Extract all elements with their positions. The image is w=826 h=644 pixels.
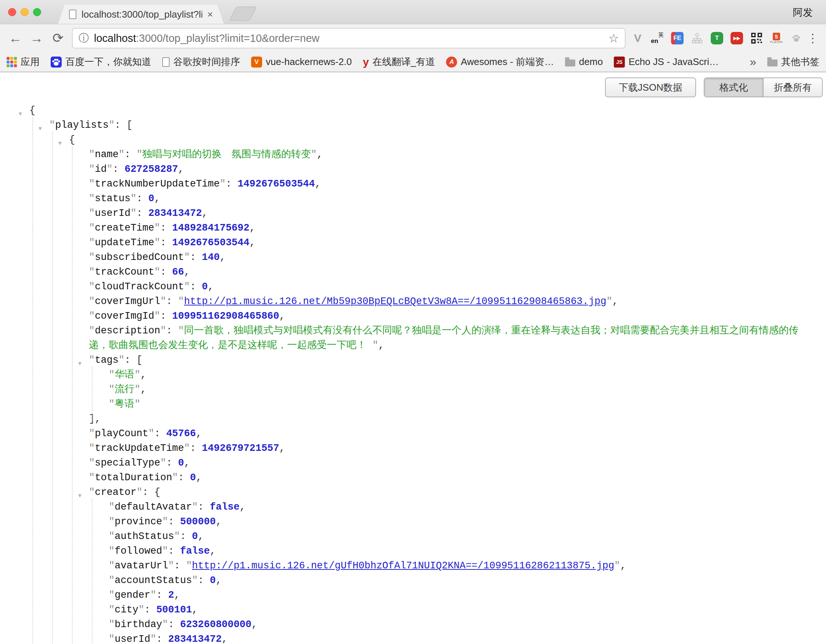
url-host: localhost	[94, 32, 136, 44]
json-line: "totalDuration": 0,	[0, 470, 826, 485]
tampermonkey-icon: T	[711, 32, 723, 44]
json-line: "name": "独唱与对唱的切换 氛围与情感的转变",	[0, 147, 826, 162]
zoom-window-button[interactable]	[33, 8, 41, 16]
json-line: ],	[0, 411, 826, 426]
vue-devtools-extension-icon[interactable]: V	[631, 31, 644, 45]
info-icon[interactable]: ⓘ	[79, 31, 89, 45]
url-text: localhost:3000/top_playlist?limit=10&ord…	[94, 32, 603, 44]
indent-guide-line	[52, 132, 53, 643]
tab-title: localhost:3000/top_playlist?lim	[81, 9, 202, 20]
paw-extension-icon[interactable]	[789, 31, 803, 45]
address-bar[interactable]: ⓘ localhost:3000/top_playlist?limit=10&o…	[72, 28, 626, 48]
html5-player-extension-icon[interactable]: 5PLAYER	[770, 31, 783, 45]
bookmark-label: 在线翻译_有道	[373, 56, 435, 68]
bookmark-awesomes[interactable]: AAwesomes - 前端资…	[446, 56, 554, 68]
html5-player-icon: 5PLAYER	[770, 33, 783, 44]
json-line: "birthday": 623260800000,	[0, 617, 826, 632]
json-line: "description": "同一首歌，独唱模式与对唱模式有没有什么不同呢？独…	[0, 323, 826, 353]
video-speed-extension-icon[interactable]: ▶▶	[730, 31, 744, 45]
bookmark-apps[interactable]: 应用	[6, 56, 40, 68]
qrcode-icon	[751, 32, 762, 44]
bookmark-echo-js[interactable]: JSEcho JS - JavaScri…	[614, 56, 719, 68]
bookmark-label: demo	[579, 56, 603, 68]
json-line: "trackCount": 66,	[0, 265, 826, 279]
json-line: "coverImgId": 109951162908465860,	[0, 309, 826, 323]
echo-js-icon: JS	[614, 57, 625, 68]
vue-hackernews-icon: V	[251, 57, 262, 68]
forward-button[interactable]: →	[27, 31, 46, 46]
back-button[interactable]: ←	[6, 31, 25, 46]
json-line: "playCount": 45766,	[0, 426, 826, 441]
new-tab-button[interactable]	[229, 6, 257, 20]
page-favicon-icon	[69, 9, 76, 19]
json-url-link[interactable]: http://p1.music.126.net/gUfH0bhzOfAl71NU…	[192, 560, 614, 571]
fe-icon: FE	[671, 32, 683, 44]
bookmark-label: 百度一下，你就知道	[65, 56, 151, 68]
json-line: "province": 500000,	[0, 514, 826, 529]
window-title-bar: localhost:3000/top_playlist?lim × 阿发	[0, 0, 826, 24]
json-line: ▼"playlists": [	[0, 118, 826, 133]
minimize-window-button[interactable]	[20, 8, 29, 16]
bookmark-label: 谷歌按时间排序	[173, 56, 240, 68]
other-bookmarks-label: 其他书签	[781, 56, 820, 68]
bookmark-star-icon[interactable]: ☆	[608, 31, 619, 45]
other-bookmarks-folder[interactable]: 其他书签	[767, 56, 820, 68]
indent-guide-line	[92, 367, 93, 421]
profile-name: 阿发	[793, 6, 813, 19]
translate-extension-icon[interactable]: en英	[651, 31, 665, 45]
translate-icon: en英	[651, 31, 664, 45]
json-line: "updateTime": 1492676503544,	[0, 235, 826, 250]
json-line: "accountStatus": 0,	[0, 573, 826, 588]
video-speed-icon: ▶▶	[731, 32, 743, 44]
json-line: "id": 627258287,	[0, 162, 826, 177]
browser-tab[interactable]: localhost:3000/top_playlist?lim ×	[58, 5, 224, 24]
apps-icon	[6, 57, 17, 67]
json-line: "粤语"	[0, 397, 826, 411]
sitemap-icon	[691, 32, 703, 44]
google-by-time-icon	[162, 57, 169, 67]
traffic-lights	[8, 8, 41, 16]
json-line: "authStatus": 0,	[0, 529, 826, 544]
qrcode-extension-icon[interactable]	[750, 31, 764, 45]
json-line: "subscribedCount": 140,	[0, 250, 826, 265]
baidu-icon	[51, 57, 62, 68]
bookmark-label: Awesomes - 前端资…	[461, 56, 554, 68]
json-line: "trackUpdateTime": 1492679721557,	[0, 441, 826, 456]
bookmarks-items: 应用百度一下，你就知道谷歌按时间排序Vvue-hackernews-2.0y在线…	[6, 56, 719, 68]
demo-folder-icon	[565, 59, 575, 67]
json-url-link[interactable]: http://p1.music.126.net/Mb59p30BpEQLcBQe…	[184, 296, 606, 307]
bookmark-google-by-time[interactable]: 谷歌按时间排序	[162, 56, 240, 68]
fe-extension-icon[interactable]: FE	[670, 31, 684, 45]
json-line: "avatarUrl": "http://p1.music.126.net/gU…	[0, 559, 826, 573]
json-line: ▼{	[0, 133, 826, 147]
bookmark-demo-folder[interactable]: demo	[565, 56, 603, 68]
json-line: ▼{	[0, 103, 826, 118]
json-line: "defaultAvatar": false,	[0, 500, 826, 514]
bookmark-label: vue-hackernews-2.0	[266, 56, 352, 68]
page-content: 下载JSON数据 格式化 折叠所有 ▼{▼"playlists": [▼{"na…	[0, 72, 826, 643]
browser-menu-icon[interactable]: ⋮	[806, 31, 820, 45]
bookmarks-overflow-icon[interactable]: »	[750, 55, 756, 69]
json-line: "followed": false,	[0, 544, 826, 559]
youdao-translate-icon: y	[363, 56, 369, 68]
json-line: "userId": 283413472,	[0, 206, 826, 221]
tampermonkey-extension-icon[interactable]: T	[710, 31, 724, 45]
tab-close-icon[interactable]: ×	[207, 9, 213, 20]
indent-guide-line	[32, 117, 33, 643]
json-line: "流行",	[0, 382, 826, 397]
bookmark-baidu[interactable]: 百度一下，你就知道	[51, 56, 151, 68]
reload-button[interactable]: ⟳	[48, 31, 68, 46]
json-line: ▼"creator": {	[0, 485, 826, 500]
json-line: "city": 500101,	[0, 602, 826, 617]
bookmark-youdao-translate[interactable]: y在线翻译_有道	[363, 56, 435, 68]
paw-icon	[792, 33, 801, 43]
url-path: :3000/top_playlist?limit=10&order=new	[136, 32, 319, 44]
json-line: "coverImgUrl": "http://p1.music.126.net/…	[0, 294, 826, 309]
sitemap-extension-icon[interactable]	[690, 31, 704, 45]
indent-guide-line	[72, 146, 73, 643]
json-line: "gender": 2,	[0, 588, 826, 602]
close-window-button[interactable]	[8, 8, 16, 16]
bookmark-vue-hackernews[interactable]: Vvue-hackernews-2.0	[251, 56, 352, 68]
json-viewer: ▼{▼"playlists": [▼{"name": "独唱与对唱的切换 氛围与…	[0, 72, 826, 643]
extension-icons: Ven英FET▶▶5PLAYER	[631, 31, 803, 45]
